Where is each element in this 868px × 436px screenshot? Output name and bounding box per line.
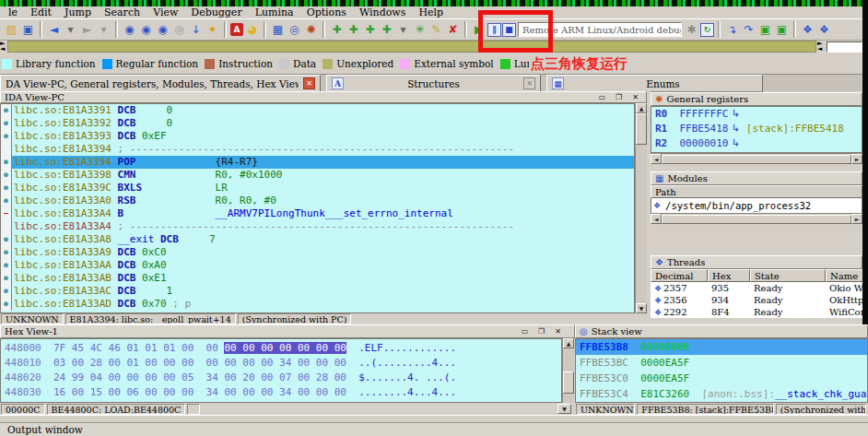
menu-windows[interactable]: Windows	[353, 6, 412, 18]
thread-row[interactable]: ❖2357935ReadyOkio Watchdog	[651, 282, 868, 294]
disassembly-line[interactable]: ●libc.so:E81A3391 DCB 0	[1, 104, 634, 117]
menu-search[interactable]: Search	[98, 6, 147, 18]
tab-desktop-views[interactable]: DA View-PC, General registers, Modules, …	[0, 75, 321, 92]
hex-row[interactable]: 448020 24 99 04 00 00 00 00 05 34 00 20 …	[1, 371, 561, 385]
disassembly-view[interactable]: ●libc.so:E81A3391 DCB 0●libc.so:E81A3392…	[0, 103, 635, 313]
navband-right-arrows-icon[interactable]: ►◄	[817, 41, 825, 53]
disassembly-line[interactable]: ●libc.so:E81A33A0 RSB R0, R0, #0	[1, 194, 634, 207]
registers-hscrollbar[interactable]: ◄ ►	[651, 153, 862, 164]
line-marker-icon[interactable]: ●	[1, 246, 12, 259]
modules-column-header[interactable]: Path	[651, 185, 862, 198]
disassembly-line[interactable]: ●libc.so:E81A33A8 __exit DCB 7	[1, 233, 634, 246]
threads-list[interactable]: ❖2357935ReadyOkio Watchdog❖2356934ReadyO…	[651, 282, 868, 318]
problems-icon[interactable]: A	[230, 23, 243, 36]
navigation-band[interactable]	[7, 41, 816, 53]
line-marker-icon[interactable]: ●	[1, 104, 12, 117]
line-marker-icon[interactable]: ●	[1, 259, 12, 272]
disassembly-line[interactable]: libc.so:E81A33A4 ; ---------------------…	[1, 220, 634, 233]
line-marker-icon[interactable]: ●	[1, 117, 12, 130]
edit-pencil-icon[interactable]: ✎	[428, 22, 444, 38]
nav-back-icon[interactable]: ◄	[46, 22, 62, 38]
snowflake-icon[interactable]: ✳	[412, 22, 428, 38]
close-icon[interactable]: ✕	[551, 326, 565, 336]
scroll-right-icon[interactable]: ►	[851, 214, 862, 224]
nav-back-caret-icon[interactable]: ▾	[63, 22, 78, 38]
disassembly-line[interactable]: –libc.so:E81A33A4 B __ARMV7PILongThunk__…	[1, 207, 634, 220]
hex-dump-view[interactable]: 448000 7F 45 4C 46 01 01 01 00 00 00 00 …	[0, 338, 562, 403]
disassembly-line[interactable]: ●libc.so:E81A3398 CMN R0, #0x1000	[1, 169, 634, 182]
run-until-call-icon[interactable]: ▣	[774, 22, 790, 38]
scroll-left-icon[interactable]: ◄	[651, 214, 662, 224]
menu-options[interactable]: Options	[300, 6, 353, 18]
desktop-icon[interactable]: ◎	[287, 22, 302, 38]
register-row-r0[interactable]: R0 FFFFFFFC ↳	[651, 107, 862, 122]
open-windows-icon[interactable]: ▦	[270, 22, 286, 38]
step-into-icon[interactable]: ↴	[724, 22, 740, 38]
nav-forward-icon[interactable]: ►	[79, 22, 95, 38]
menu-view[interactable]: View	[147, 6, 184, 18]
run-to-cursor-icon[interactable]: ↻	[700, 23, 714, 37]
debugger-bug-icon[interactable]: ✺	[303, 22, 319, 38]
disassembly-line[interactable]: ●libc.so:E81A3392 DCB 0	[1, 117, 634, 130]
chevron-down-icon[interactable]: ▼	[557, 404, 571, 414]
search-value-icon[interactable]: ◉	[155, 22, 170, 38]
menu-le[interactable]: le	[2, 6, 24, 18]
search-again-icon[interactable]: ◎	[171, 22, 187, 38]
line-marker-icon[interactable]: ●	[1, 156, 12, 169]
colors-icon[interactable]: ◕	[244, 22, 260, 38]
scroll-right-icon[interactable]: ►	[851, 154, 862, 164]
hex-row[interactable]: 448030 16 00 15 00 06 00 00 00 34 00 00 …	[1, 385, 561, 400]
create-string-icon[interactable]: ✚	[379, 22, 394, 38]
menu-edit[interactable]: Edit	[24, 6, 58, 18]
disassembly-line[interactable]: ●libc.so:E81A33AB DCB 0xE1	[1, 272, 634, 285]
disassembly-line[interactable]: ●libc.so:E81A33AA DCB 0xA0	[1, 259, 634, 272]
watch-list-icon[interactable]: ❖	[816, 22, 832, 38]
navband-address-input[interactable]	[827, 41, 862, 53]
line-marker-icon[interactable]: ●	[1, 169, 12, 182]
navband-left-arrows-icon[interactable]: ►◄	[0, 41, 7, 53]
registers-view[interactable]: R0 FFFFFFFC ↳R1 FFBE5418 ↳ [stack]:FFBE5…	[651, 106, 862, 153]
breakpoint-list-icon[interactable]: ❖	[800, 22, 815, 38]
delete-cross-icon[interactable]: ✘	[445, 22, 461, 38]
line-marker-icon[interactable]: ●	[1, 194, 12, 207]
stack-row[interactable]: FFBE53B8 00000000	[576, 339, 867, 355]
search-memory-icon[interactable]: ◉	[122, 22, 137, 38]
hex-row[interactable]: 448000 7F 45 4C 46 01 01 01 00 00 00 00 …	[1, 341, 561, 356]
nav-forward-caret-icon[interactable]: ▾	[96, 22, 111, 38]
close-icon[interactable]: ✕	[523, 77, 535, 89]
disassembly-scrollbar[interactable]: ▲ ▼	[635, 103, 647, 313]
stack-row[interactable]: FFBE53BC 0000EA5F	[576, 355, 867, 371]
close-icon[interactable]: ✕	[628, 92, 642, 102]
menu-jump[interactable]: Jump	[58, 6, 98, 18]
close-icon[interactable]: ✕	[303, 77, 315, 89]
menu-help[interactable]: Help	[412, 6, 450, 18]
hex-row[interactable]: 448010 03 00 28 00 01 00 00 00 00 00 00 …	[1, 356, 561, 371]
scroll-left-icon[interactable]: ◄	[651, 154, 662, 164]
attach-process-icon[interactable]: ✱	[684, 22, 699, 38]
search-text-icon[interactable]: ◉	[138, 22, 154, 38]
disassembly-line[interactable]: ●libc.so:E81A3393 DCB 0xEF	[1, 130, 634, 143]
module-row[interactable]: ❖/system/bin/app_process32	[651, 198, 862, 213]
line-marker-icon[interactable]: ●	[1, 233, 12, 246]
stack-view[interactable]: FFBE53B8 00000000FFBE53BC 0000EA5FFFBE53…	[575, 338, 868, 403]
disassembly-line[interactable]: libc.so:E81A3394 ; ---------------------…	[1, 143, 634, 156]
gutter[interactable]	[1, 143, 12, 156]
create-data-icon[interactable]: ✚	[346, 22, 361, 38]
minimize-icon[interactable]: ▭	[518, 326, 532, 336]
threads-column-headers[interactable]: Decimal Hex State Name	[651, 269, 868, 282]
step-over-icon[interactable]: ↷	[741, 22, 757, 38]
highlight-icon[interactable]: ✦	[205, 22, 220, 38]
jump-address-icon[interactable]: ↓	[188, 22, 204, 38]
scroll-down-icon[interactable]: ▼	[636, 303, 647, 313]
restore-icon[interactable]: ❐	[612, 92, 626, 102]
register-row-r2[interactable]: R2 00000010 ↳	[651, 136, 862, 151]
line-marker-icon[interactable]: ●	[1, 182, 12, 194]
tab-enums[interactable]: ▦ Enums	[546, 75, 763, 92]
jump-marker-icon[interactable]: –	[1, 207, 12, 220]
create-function-icon[interactable]: ✚	[329, 22, 345, 38]
create-string-caret-icon[interactable]: ▾	[395, 22, 411, 38]
menu-debugger[interactable]: Debugger	[184, 6, 248, 18]
minimize-icon[interactable]: ▭	[595, 92, 609, 102]
tab-structures[interactable]: A Structures ✕	[326, 75, 541, 92]
line-marker-icon[interactable]: ●	[1, 130, 12, 143]
